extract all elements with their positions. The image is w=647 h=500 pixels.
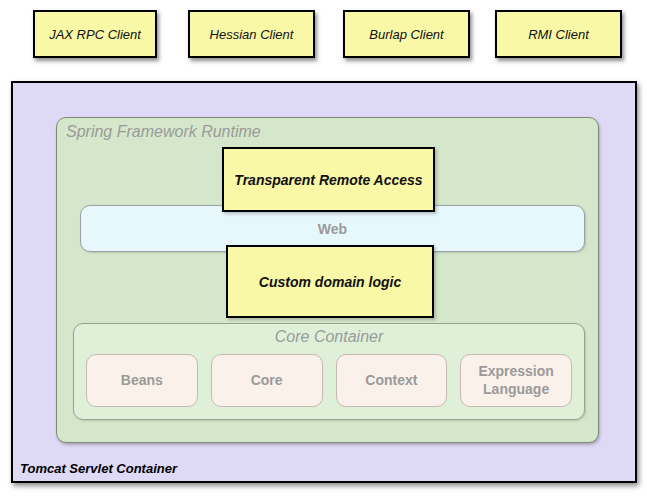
core-container-label: Core Container	[74, 328, 584, 346]
hessian-client-label: Hessian Client	[210, 27, 294, 42]
core-container-box: Core Container Beans Core Context Expres…	[73, 323, 585, 420]
module-beans: Beans	[86, 354, 198, 407]
core-modules-row: Beans Core Context Expression Language	[86, 354, 572, 407]
module-context: Context	[336, 354, 448, 407]
module-context-label: Context	[365, 372, 417, 390]
rmi-client-label: RMI Client	[528, 27, 589, 42]
module-beans-label: Beans	[121, 372, 163, 390]
rmi-client-box: RMI Client	[495, 10, 622, 58]
module-expression-language: Expression Language	[460, 354, 572, 407]
module-core: Core	[211, 354, 323, 407]
jax-rpc-client-label: JAX RPC Client	[49, 27, 141, 42]
burlap-client-box: Burlap Client	[343, 10, 470, 58]
burlap-client-label: Burlap Client	[369, 27, 443, 42]
spring-framework-runtime-box: Spring Framework Runtime Web Transparent…	[56, 117, 599, 443]
transparent-remote-access-box: Transparent Remote Access	[222, 147, 435, 212]
jax-rpc-client-box: JAX RPC Client	[33, 10, 157, 58]
tomcat-servlet-container-box: Spring Framework Runtime Web Transparent…	[11, 81, 637, 483]
spring-framework-runtime-label: Spring Framework Runtime	[66, 123, 261, 141]
transparent-remote-access-label: Transparent Remote Access	[234, 172, 422, 188]
web-layer-label: Web	[318, 221, 347, 237]
custom-domain-logic-label: Custom domain logic	[259, 274, 401, 290]
module-core-label: Core	[251, 372, 283, 390]
custom-domain-logic-box: Custom domain logic	[226, 245, 434, 318]
hessian-client-box: Hessian Client	[188, 10, 315, 58]
tomcat-servlet-container-label: Tomcat Servlet Container	[20, 461, 177, 476]
spring-architecture-diagram: JAX RPC Client Hessian Client Burlap Cli…	[0, 0, 647, 500]
module-expression-language-label: Expression Language	[467, 363, 565, 398]
